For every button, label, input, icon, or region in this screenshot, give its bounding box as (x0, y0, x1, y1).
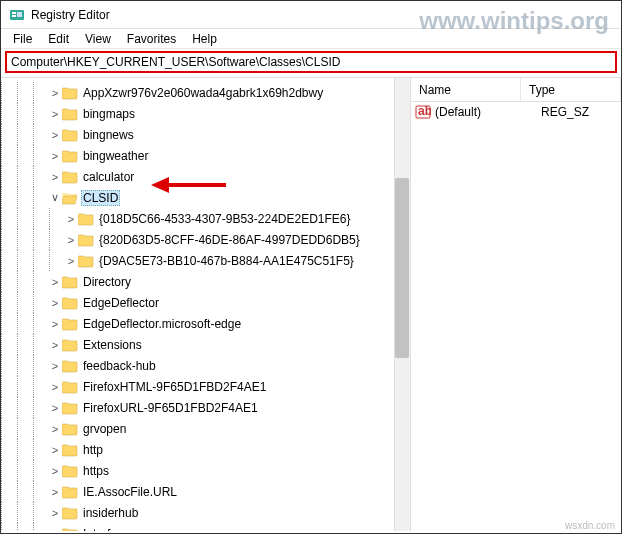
folder-icon (62, 380, 78, 394)
tree-item-label: Directory (81, 275, 133, 289)
chevron-right-icon[interactable]: > (49, 339, 61, 351)
chevron-right-icon[interactable]: > (49, 423, 61, 435)
tree-item[interactable]: >Extensions (1, 334, 410, 355)
address-input[interactable] (11, 55, 611, 69)
tree-item-label: IE.AssocFile.URL (81, 485, 179, 499)
col-name[interactable]: Name (411, 78, 521, 101)
tree-item[interactable]: >insiderhub (1, 502, 410, 523)
menu-view[interactable]: View (77, 30, 119, 48)
string-value-icon: ab (415, 104, 431, 120)
chevron-right-icon[interactable]: > (49, 87, 61, 99)
window-title: Registry Editor (31, 8, 110, 22)
folder-icon (62, 275, 78, 289)
tree-item-label: EdgeDeflector.microsoft-edge (81, 317, 243, 331)
tree-item-label: EdgeDeflector (81, 296, 161, 310)
value-list-pane[interactable]: Name Type ab (Default) REG_SZ (411, 78, 621, 531)
tree-item[interactable]: >grvopen (1, 418, 410, 439)
tree-item[interactable]: >bingnews (1, 124, 410, 145)
tree-item[interactable]: >Interface (1, 523, 410, 531)
main-split: >AppXzwr976v2e060wada4gabrk1x69h2dbwy>bi… (1, 77, 621, 531)
chevron-right-icon[interactable]: > (65, 234, 77, 246)
tree-item[interactable]: >Directory (1, 271, 410, 292)
folder-icon (62, 149, 78, 163)
tree-item[interactable]: >{018D5C66-4533-4307-9B53-224DE2ED1FE6} (1, 208, 410, 229)
chevron-right-icon[interactable]: > (49, 402, 61, 414)
list-row[interactable]: ab (Default) REG_SZ (411, 102, 621, 122)
chevron-right-icon[interactable]: > (49, 507, 61, 519)
tree-item[interactable]: >http (1, 439, 410, 460)
tree-item-label: feedback-hub (81, 359, 158, 373)
svg-text:ab: ab (418, 104, 431, 118)
chevron-right-icon[interactable]: > (49, 276, 61, 288)
folder-icon (62, 128, 78, 142)
value-name: (Default) (435, 105, 541, 119)
folder-icon (78, 254, 94, 268)
chevron-right-icon[interactable]: > (49, 171, 61, 183)
address-bar-wrap (1, 49, 621, 77)
folder-icon (62, 296, 78, 310)
folder-icon (62, 464, 78, 478)
address-bar[interactable] (5, 51, 617, 73)
folder-open-icon (62, 191, 78, 205)
registry-tree[interactable]: >AppXzwr976v2e060wada4gabrk1x69h2dbwy>bi… (1, 78, 410, 531)
tree-item[interactable]: >{D9AC5E73-BB10-467b-B884-AA1E475C51F5} (1, 250, 410, 271)
tree-item[interactable]: ∨CLSID (1, 187, 410, 208)
tree-item[interactable]: >IE.AssocFile.URL (1, 481, 410, 502)
tree-item-label: bingnews (81, 128, 136, 142)
chevron-right-icon[interactable]: > (49, 444, 61, 456)
tree-item-label: https (81, 464, 111, 478)
folder-icon (62, 317, 78, 331)
tree-item-label: CLSID (81, 190, 120, 206)
menu-favorites[interactable]: Favorites (119, 30, 184, 48)
tree-item-label: insiderhub (81, 506, 140, 520)
chevron-right-icon[interactable]: > (49, 486, 61, 498)
tree-item[interactable]: >FirefoxURL-9F65D1FBD2F4AE1 (1, 397, 410, 418)
tree-item[interactable]: >bingmaps (1, 103, 410, 124)
chevron-right-icon[interactable]: > (49, 150, 61, 162)
folder-icon (62, 401, 78, 415)
menubar: File Edit View Favorites Help (1, 29, 621, 49)
tree-item[interactable]: >EdgeDeflector.microsoft-edge (1, 313, 410, 334)
menu-help[interactable]: Help (184, 30, 225, 48)
tree-item[interactable]: >calculator (1, 166, 410, 187)
tree-item[interactable]: >bingweather (1, 145, 410, 166)
menu-file[interactable]: File (5, 30, 40, 48)
tree-item[interactable]: >feedback-hub (1, 355, 410, 376)
tree-item[interactable]: >https (1, 460, 410, 481)
tree-item[interactable]: >{820D63D5-8CFF-46DE-86AF-4997DEDD6DB5} (1, 229, 410, 250)
tree-item[interactable]: >AppXzwr976v2e060wada4gabrk1x69h2dbwy (1, 82, 410, 103)
folder-icon (62, 485, 78, 499)
chevron-right-icon[interactable]: > (49, 318, 61, 330)
chevron-right-icon[interactable]: > (49, 297, 61, 309)
tree-scroll-thumb[interactable] (395, 178, 409, 358)
tree-item[interactable]: >FirefoxHTML-9F65D1FBD2F4AE1 (1, 376, 410, 397)
chevron-down-icon[interactable]: ∨ (49, 191, 61, 204)
chevron-right-icon[interactable]: > (65, 255, 77, 267)
chevron-right-icon[interactable]: > (49, 129, 61, 141)
tree-scrollbar[interactable] (394, 78, 410, 531)
tree-item-label: Interface (81, 527, 132, 532)
chevron-right-icon[interactable]: > (49, 360, 61, 372)
tree-item-label: {820D63D5-8CFF-46DE-86AF-4997DEDD6DB5} (97, 233, 362, 247)
tree-item-label: FirefoxURL-9F65D1FBD2F4AE1 (81, 401, 260, 415)
folder-icon (62, 443, 78, 457)
tree-item-label: bingweather (81, 149, 150, 163)
tree-item-label: grvopen (81, 422, 128, 436)
chevron-right-icon[interactable]: > (49, 528, 61, 532)
value-type: REG_SZ (541, 105, 617, 119)
chevron-right-icon[interactable]: > (49, 108, 61, 120)
tree-item-label: Extensions (81, 338, 144, 352)
tree-item-label: http (81, 443, 105, 457)
folder-icon (62, 338, 78, 352)
tree-item-label: FirefoxHTML-9F65D1FBD2F4AE1 (81, 380, 268, 394)
svg-rect-2 (12, 15, 16, 17)
tree-item-label: {D9AC5E73-BB10-467b-B884-AA1E475C51F5} (97, 254, 356, 268)
tree-pane[interactable]: >AppXzwr976v2e060wada4gabrk1x69h2dbwy>bi… (1, 78, 411, 531)
menu-edit[interactable]: Edit (40, 30, 77, 48)
tree-item[interactable]: >EdgeDeflector (1, 292, 410, 313)
chevron-right-icon[interactable]: > (49, 465, 61, 477)
chevron-right-icon[interactable]: > (49, 381, 61, 393)
svg-rect-1 (12, 12, 16, 14)
col-type[interactable]: Type (521, 78, 621, 101)
chevron-right-icon[interactable]: > (65, 213, 77, 225)
